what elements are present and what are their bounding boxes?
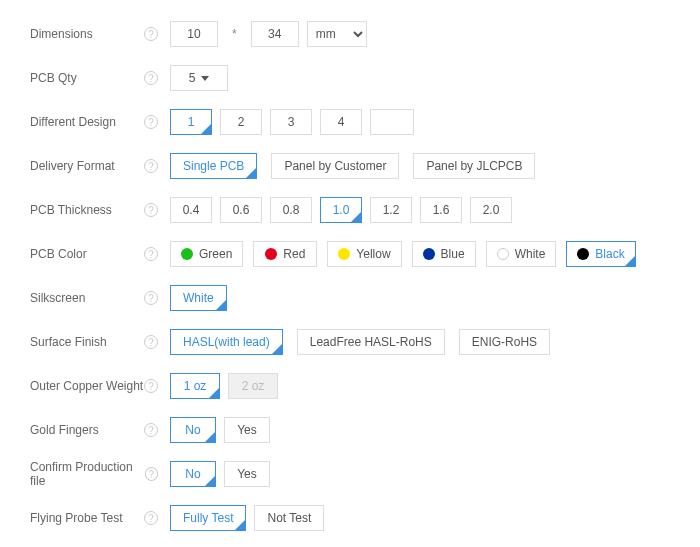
option-color-yellow[interactable]: Yellow: [327, 241, 401, 267]
color-dot-icon: [497, 248, 509, 260]
height-input[interactable]: [251, 21, 299, 47]
label-pcb-qty: PCB Qty: [30, 71, 77, 85]
controls: 1 oz 2 oz: [170, 373, 278, 399]
help-icon[interactable]: ?: [144, 423, 158, 437]
help-icon[interactable]: ?: [144, 115, 158, 129]
help-icon[interactable]: ?: [144, 335, 158, 349]
label-outer-copper: Outer Copper Weight: [30, 379, 143, 393]
controls: Single PCB Panel by Customer Panel by JL…: [170, 153, 535, 179]
color-dot-icon: [181, 248, 193, 260]
help-icon[interactable]: ?: [144, 379, 158, 393]
row-pcb-color: PCB Color ? Green Red Yellow Blue White …: [30, 240, 670, 268]
option-design-2[interactable]: 2: [220, 109, 262, 135]
label-pcb-color: PCB Color: [30, 247, 87, 261]
chevron-down-icon: [201, 76, 209, 81]
controls: 0.4 0.6 0.8 1.0 1.2 1.6 2.0: [170, 197, 512, 223]
option-hasl-lead[interactable]: HASL(with lead): [170, 329, 283, 355]
option-single-pcb[interactable]: Single PCB: [170, 153, 257, 179]
qty-select[interactable]: 5: [170, 65, 228, 91]
option-thickness-6[interactable]: 2.0: [470, 197, 512, 223]
option-color-red[interactable]: Red: [253, 241, 317, 267]
unit-select[interactable]: mm: [307, 21, 367, 47]
label-delivery-format: Delivery Format: [30, 159, 115, 173]
controls: No Yes: [170, 461, 270, 487]
help-icon[interactable]: ?: [145, 467, 158, 481]
option-leadfree-hasl[interactable]: LeadFree HASL-RoHS: [297, 329, 445, 355]
row-confirm-production: Confirm Production file ? No Yes: [30, 460, 670, 488]
option-silkscreen-white[interactable]: White: [170, 285, 227, 311]
row-outer-copper: Outer Copper Weight ? 1 oz 2 oz: [30, 372, 670, 400]
label-col: Dimensions ?: [30, 27, 170, 41]
option-thickness-4[interactable]: 1.2: [370, 197, 412, 223]
help-icon[interactable]: ?: [144, 159, 158, 173]
label-col: PCB Color ?: [30, 247, 170, 261]
controls: 1 2 3 4: [170, 109, 414, 135]
option-thickness-1[interactable]: 0.6: [220, 197, 262, 223]
option-color-black[interactable]: Black: [566, 241, 635, 267]
option-copper-2oz: 2 oz: [228, 373, 278, 399]
label-flying-probe: Flying Probe Test: [30, 511, 123, 525]
option-copper-1oz[interactable]: 1 oz: [170, 373, 220, 399]
option-thickness-0[interactable]: 0.4: [170, 197, 212, 223]
option-thickness-2[interactable]: 0.8: [270, 197, 312, 223]
width-input[interactable]: [170, 21, 218, 47]
option-confirm-no[interactable]: No: [170, 461, 216, 487]
label-silkscreen: Silkscreen: [30, 291, 85, 305]
color-dot-icon: [338, 248, 350, 260]
controls: White: [170, 285, 227, 311]
row-flying-probe: Flying Probe Test ? Fully Test Not Test: [30, 504, 670, 532]
help-icon[interactable]: ?: [144, 247, 158, 261]
option-goldfingers-no[interactable]: No: [170, 417, 216, 443]
label-col: Flying Probe Test ?: [30, 511, 170, 525]
qty-value: 5: [189, 71, 196, 85]
color-dot-icon: [577, 248, 589, 260]
option-goldfingers-yes[interactable]: Yes: [224, 417, 270, 443]
label-different-design: Different Design: [30, 115, 116, 129]
row-surface-finish: Surface Finish ? HASL(with lead) LeadFre…: [30, 328, 670, 356]
help-icon[interactable]: ?: [144, 511, 158, 525]
label-col: Outer Copper Weight ?: [30, 379, 170, 393]
label-confirm-production: Confirm Production file: [30, 460, 145, 488]
controls: 5: [170, 65, 228, 91]
option-color-blue[interactable]: Blue: [412, 241, 476, 267]
option-fully-test[interactable]: Fully Test: [170, 505, 246, 531]
label-col: Surface Finish ?: [30, 335, 170, 349]
row-dimensions: Dimensions ? * mm: [30, 20, 670, 48]
label-col: Different Design ?: [30, 115, 170, 129]
row-pcb-thickness: PCB Thickness ? 0.4 0.6 0.8 1.0 1.2 1.6 …: [30, 196, 670, 224]
label-gold-fingers: Gold Fingers: [30, 423, 99, 437]
option-not-test[interactable]: Not Test: [254, 505, 324, 531]
option-design-4[interactable]: 4: [320, 109, 362, 135]
help-icon[interactable]: ?: [144, 71, 158, 85]
option-design-1[interactable]: 1: [170, 109, 212, 135]
row-different-design: Different Design ? 1 2 3 4: [30, 108, 670, 136]
multiply-icon: *: [232, 27, 237, 41]
row-silkscreen: Silkscreen ? White: [30, 284, 670, 312]
help-icon[interactable]: ?: [144, 203, 158, 217]
option-thickness-3[interactable]: 1.0: [320, 197, 362, 223]
color-dot-icon: [423, 248, 435, 260]
row-delivery-format: Delivery Format ? Single PCB Panel by Cu…: [30, 152, 670, 180]
option-design-3[interactable]: 3: [270, 109, 312, 135]
label-pcb-thickness: PCB Thickness: [30, 203, 112, 217]
label-col: PCB Qty ?: [30, 71, 170, 85]
label-col: Confirm Production file ?: [30, 460, 170, 488]
help-icon[interactable]: ?: [144, 27, 158, 41]
label-col: Delivery Format ?: [30, 159, 170, 173]
option-color-green[interactable]: Green: [170, 241, 243, 267]
option-panel-jlcpcb[interactable]: Panel by JLCPCB: [413, 153, 535, 179]
option-color-white[interactable]: White: [486, 241, 557, 267]
option-enig-rohs[interactable]: ENIG-RoHS: [459, 329, 550, 355]
controls: No Yes: [170, 417, 270, 443]
option-panel-customer[interactable]: Panel by Customer: [271, 153, 399, 179]
controls: Green Red Yellow Blue White Black: [170, 241, 636, 267]
label-col: Gold Fingers ?: [30, 423, 170, 437]
design-custom-input[interactable]: [370, 109, 414, 135]
help-icon[interactable]: ?: [144, 291, 158, 305]
option-thickness-5[interactable]: 1.6: [420, 197, 462, 223]
controls: HASL(with lead) LeadFree HASL-RoHS ENIG-…: [170, 329, 550, 355]
option-confirm-yes[interactable]: Yes: [224, 461, 270, 487]
label-col: PCB Thickness ?: [30, 203, 170, 217]
label-surface-finish: Surface Finish: [30, 335, 107, 349]
row-gold-fingers: Gold Fingers ? No Yes: [30, 416, 670, 444]
